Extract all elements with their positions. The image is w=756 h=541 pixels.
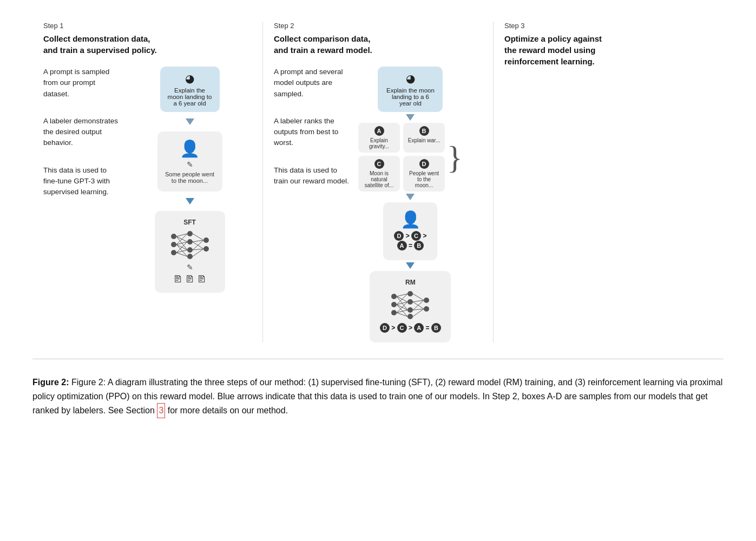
section-ref: 3 bbox=[157, 403, 165, 418]
label-D: D bbox=[419, 159, 429, 169]
svg-point-27 bbox=[391, 310, 397, 315]
fig-caption-end: for more details on our method. bbox=[168, 406, 288, 415]
step-1-content: A prompt is sampled from our prompt data… bbox=[43, 67, 252, 293]
rm-ranking-formula: D > C > A = B bbox=[377, 323, 443, 333]
rank-B: B bbox=[414, 241, 424, 250]
output-C-text: Moon is natural satellite of... bbox=[363, 170, 396, 188]
step1-labeler-box: 👤 ✎ Some people went to the moon... bbox=[157, 131, 222, 192]
step2-diagram-col: ◕ Explain the moon landing to a 6 year o… bbox=[358, 67, 463, 342]
output-A-text: Explain gravity... bbox=[363, 137, 396, 149]
step2-face-icon: ◕ bbox=[385, 72, 435, 85]
step2-rm-box: RM bbox=[370, 271, 451, 342]
svg-point-5 bbox=[187, 247, 193, 253]
doc-icon-1: 🖹 bbox=[173, 274, 183, 285]
labeler-icon: 👤 bbox=[165, 139, 215, 158]
step-2-text-0: A prompt and several model outputs are s… bbox=[274, 67, 350, 100]
step-1-col: Step 1 Collect demonstration data,and tr… bbox=[32, 22, 263, 342]
step2-prompt-text: Explain the moon landing to a 6 year old bbox=[386, 87, 435, 107]
svg-point-32 bbox=[424, 298, 429, 303]
rm-rank-eq: = bbox=[426, 324, 431, 332]
step1-labeler-text: Some people went to the moon... bbox=[165, 171, 215, 184]
svg-line-19 bbox=[193, 234, 203, 240]
face-icon: ◕ bbox=[168, 72, 212, 85]
label-A: A bbox=[374, 126, 384, 136]
brace-right: } bbox=[447, 141, 463, 174]
step2-prompt-box: ◕ Explain the moon landing to a 6 year o… bbox=[378, 67, 443, 112]
step-3-label: Step 3 bbox=[504, 22, 713, 30]
svg-point-2 bbox=[171, 250, 176, 255]
svg-point-31 bbox=[407, 314, 413, 319]
svg-point-28 bbox=[407, 291, 413, 296]
output-D-text: People went to the moon... bbox=[407, 170, 441, 188]
step1-prompt-box: ◕ Explain the moon landing to a 6 year o… bbox=[160, 67, 220, 112]
step2-arrow-3 bbox=[406, 262, 415, 269]
label-B: B bbox=[419, 126, 429, 136]
rank-gt-2: > bbox=[423, 232, 426, 240]
rm-rank-A: A bbox=[414, 323, 424, 333]
rm-rank-D: D bbox=[380, 323, 390, 333]
edit-icon-2: ✎ bbox=[162, 263, 218, 272]
label-C: C bbox=[374, 159, 384, 169]
step-1-label: Step 1 bbox=[43, 22, 252, 30]
step1-prompt-text: Explain the moon landing to a 6 year old bbox=[168, 87, 212, 107]
rank-gt-1: > bbox=[406, 232, 411, 240]
step-1-texts: A prompt is sampled from our prompt data… bbox=[43, 67, 119, 293]
rank-C: C bbox=[411, 231, 421, 241]
doc-icon-3: 🖹 bbox=[197, 274, 207, 285]
outputs-brace-area: A Explain gravity... B Explain war... C … bbox=[358, 123, 463, 192]
svg-point-26 bbox=[391, 302, 397, 307]
sft-nn-svg bbox=[168, 228, 212, 261]
step-2-texts: A prompt and several model outputs are s… bbox=[274, 67, 350, 342]
step2-arrow-1 bbox=[406, 114, 415, 121]
step2-ranking-formula: D > C > A = B bbox=[391, 231, 430, 250]
step-2-text-1: A labeler ranks the outputs from best to… bbox=[274, 116, 350, 149]
rm-rank-gt-2: > bbox=[409, 324, 414, 332]
rm-rank-B: B bbox=[431, 323, 441, 333]
svg-point-7 bbox=[203, 237, 209, 243]
fig-label: Figure 2: bbox=[32, 378, 69, 387]
output-C: C Moon is natural satellite of... bbox=[358, 156, 400, 192]
rm-rank-gt-1: > bbox=[391, 324, 397, 332]
rank-eq: = bbox=[409, 242, 414, 249]
svg-point-30 bbox=[407, 307, 413, 313]
output-A: A Explain gravity... bbox=[358, 123, 400, 153]
svg-line-24 bbox=[193, 242, 203, 249]
step2-labeler-icon: 👤 bbox=[391, 210, 430, 229]
svg-point-6 bbox=[187, 254, 193, 259]
rm-rank-C: C bbox=[397, 323, 407, 333]
svg-point-1 bbox=[171, 242, 176, 247]
svg-point-25 bbox=[391, 294, 397, 299]
step1-arrow-2 bbox=[186, 198, 194, 204]
output-B: B Explain war... bbox=[403, 123, 445, 153]
svg-point-3 bbox=[187, 231, 193, 236]
svg-line-49 bbox=[413, 302, 424, 309]
sft-label: SFT bbox=[162, 219, 218, 226]
output-B-text: Explain war... bbox=[407, 137, 441, 143]
step-1-title: Collect demonstration data,and train a s… bbox=[43, 33, 252, 56]
rm-label: RM bbox=[377, 279, 443, 286]
edit-icon-1: ✎ bbox=[165, 160, 215, 169]
rank-A: A bbox=[397, 241, 407, 250]
step-1-text-2: This data is used to fine-tune GPT-3 wit… bbox=[43, 165, 119, 198]
figure-caption: Figure 2: Figure 2: A diagram illustrati… bbox=[32, 375, 724, 418]
step-1-diagram: ◕ Explain the moon landing to a 6 year o… bbox=[128, 67, 252, 293]
step1-sft-box: SFT bbox=[155, 211, 225, 293]
step-3-col: Step 3 Optimize a policy againstthe rewa… bbox=[494, 22, 724, 342]
outputs-grid: A Explain gravity... B Explain war... C … bbox=[358, 123, 445, 192]
step-2-title: Collect comparison data,and train a rewa… bbox=[274, 33, 482, 56]
step2-labeler-box: 👤 D > C > A = B bbox=[383, 202, 437, 260]
rank-D: D bbox=[394, 231, 404, 241]
step2-arrow-2 bbox=[406, 194, 415, 200]
svg-point-8 bbox=[203, 246, 209, 252]
svg-line-44 bbox=[413, 294, 424, 300]
svg-point-0 bbox=[171, 234, 176, 239]
step-2-col: Step 2 Collect comparison data,and train… bbox=[263, 22, 494, 342]
step-1-text-0: A prompt is sampled from our prompt data… bbox=[43, 67, 119, 100]
step-3-title: Optimize a policy againstthe reward mode… bbox=[504, 33, 713, 67]
fig-caption-text: Figure 2: A diagram illustrating the thr… bbox=[32, 378, 722, 415]
step-2-text-2: This data is used to train our reward mo… bbox=[274, 165, 350, 187]
svg-point-29 bbox=[407, 299, 413, 305]
output-D: D People went to the moon... bbox=[403, 156, 445, 192]
svg-point-4 bbox=[187, 239, 193, 245]
doc-icon-2: 🖹 bbox=[185, 274, 195, 285]
